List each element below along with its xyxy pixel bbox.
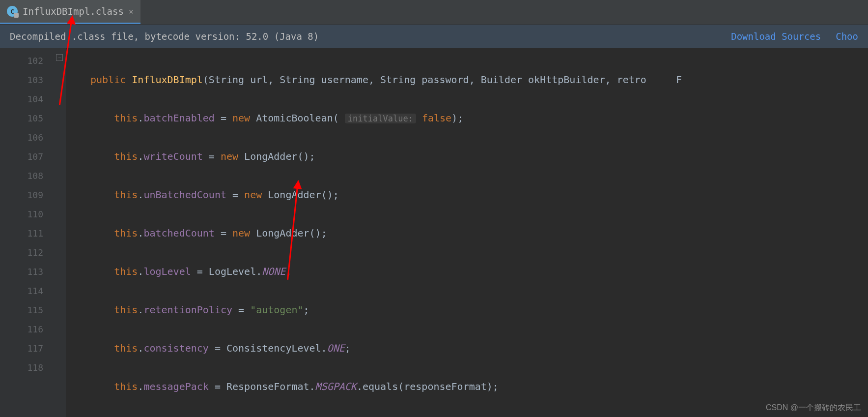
watermark: CSDN @一个搬砖的农民工 bbox=[766, 403, 861, 413]
code-line: this.logLevel = LogLevel.NONE; bbox=[66, 262, 868, 281]
code-line: public InfluxDBImpl(String url, String u… bbox=[66, 70, 868, 89]
code-line: this.consistency = ConsistencyLevel.ONE; bbox=[66, 339, 868, 358]
line-number: 107 bbox=[0, 147, 43, 166]
download-sources-link[interactable]: Download Sources bbox=[731, 31, 821, 42]
line-number: 108 bbox=[0, 166, 43, 185]
code-line: this.retentionPolicy = "autogen"; bbox=[66, 300, 868, 320]
line-number: 118 bbox=[0, 358, 43, 377]
tab-bar: C InfluxDBImpl.class × bbox=[0, 0, 868, 25]
line-number: 111 bbox=[0, 224, 43, 243]
code-line: this.unBatchedCount = new LongAdder(); bbox=[66, 185, 868, 205]
line-number: 103 bbox=[0, 70, 43, 89]
class-file-icon: C bbox=[7, 6, 18, 17]
choose-sources-link[interactable]: Choo bbox=[836, 31, 858, 42]
line-number: 105 bbox=[0, 109, 43, 128]
line-number: 106 bbox=[0, 128, 43, 147]
line-number: 117 bbox=[0, 339, 43, 358]
code-line: this.messagePack = ResponseFormat.MSGPAC… bbox=[66, 377, 868, 396]
close-icon[interactable]: × bbox=[129, 7, 134, 16]
line-number: 109 bbox=[0, 185, 43, 205]
code-line: this.batchedCount = new LongAdder(); bbox=[66, 224, 868, 243]
line-number: 116 bbox=[0, 320, 43, 339]
line-number: 110 bbox=[0, 205, 43, 224]
line-number: 114 bbox=[0, 281, 43, 300]
decompile-message: Decompiled .class file, bytecode version… bbox=[10, 31, 319, 42]
info-links: Download Sources Choo bbox=[731, 31, 858, 42]
line-number: 102 bbox=[0, 51, 43, 70]
line-number: 112 bbox=[0, 243, 43, 262]
line-number: 104 bbox=[0, 89, 43, 109]
line-number: 115 bbox=[0, 300, 43, 320]
line-number: 113 bbox=[0, 262, 43, 281]
fold-toggle-icon[interactable]: − bbox=[56, 54, 63, 61]
code-editor[interactable]: 102 103 104 105 106 107 108 109 110 111 … bbox=[0, 48, 868, 417]
code-line: this.writeCount = new LongAdder(); bbox=[66, 147, 868, 166]
code-area[interactable]: public InfluxDBImpl(String url, String u… bbox=[66, 48, 868, 417]
code-line: this.batchEnabled = new AtomicBoolean( i… bbox=[66, 109, 868, 128]
decompile-info-bar: Decompiled .class file, bytecode version… bbox=[0, 25, 868, 48]
line-gutter: 102 103 104 105 106 107 108 109 110 111 … bbox=[0, 48, 54, 417]
